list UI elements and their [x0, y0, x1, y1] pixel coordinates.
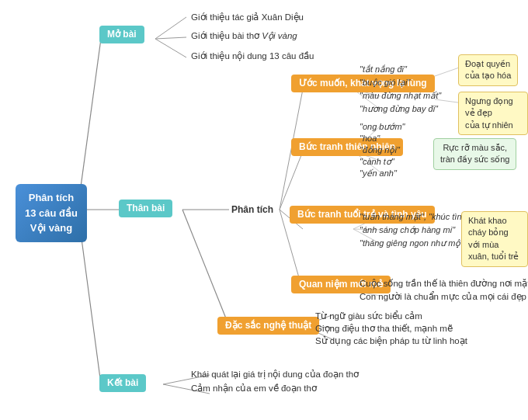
s1-note1: Đoạt quyền của tạo hóa — [458, 54, 518, 86]
mo-bai-label: Mở bài — [99, 26, 144, 43]
mo-bai-item-3: Giới thiệu nội dung 13 câu đầu — [185, 47, 320, 65]
main-node: Phân tích 13 câu đầu Vội vàng — [16, 184, 87, 242]
ket-bai-label: Kết bài — [99, 374, 146, 392]
s4-item2: Con người là chuẩn mực của mọi cái đẹp — [353, 287, 528, 306]
svg-line-4 — [155, 37, 186, 39]
mo-bai-node: Mở bài — [99, 26, 144, 43]
than-bai-node: Thân bài — [119, 200, 172, 217]
ket-bai-node: Kết bài — [99, 374, 146, 392]
mo-bai-item-1: Giới thiệu tác giả Xuân Diệu — [185, 8, 310, 26]
s3-note: Khát khao cháy bỏng với mùa xuân, tuổi t… — [461, 211, 528, 267]
ket-bai-item2: Cảm nhận của em về đoạn thơ — [185, 379, 323, 397]
s1-item4: "hương đừng bay đi" — [353, 100, 444, 118]
dac-sac-node: Đặc sắc nghệ thuật — [217, 317, 319, 335]
svg-line-3 — [155, 17, 186, 39]
than-bai-label: Thân bài — [119, 200, 172, 217]
phan-tich-node: Phân tích — [225, 200, 280, 220]
main-label: Phân tích 13 câu đầu Vội vàng — [16, 184, 87, 242]
s2-note: Rực rỡ màu sắc, tràn đầy sức sống — [433, 138, 516, 170]
dac-sac-item3: Sử dụng các biện pháp tu từ linh hoạt — [309, 331, 474, 350]
mind-map-diagram: Phân tích 13 câu đầu Vội vàng Mở bài Giớ… — [0, 0, 528, 420]
svg-line-9 — [280, 151, 303, 210]
svg-line-7 — [182, 210, 229, 326]
s2-item5: "yến anh" — [353, 165, 403, 182]
mo-bai-item-2: Giới thiệu bài thơ Vội vàng — [185, 26, 304, 45]
s1-note2: Ngưng đọng vẻ đẹp của tự nhiên — [458, 92, 528, 135]
svg-line-5 — [155, 39, 186, 57]
